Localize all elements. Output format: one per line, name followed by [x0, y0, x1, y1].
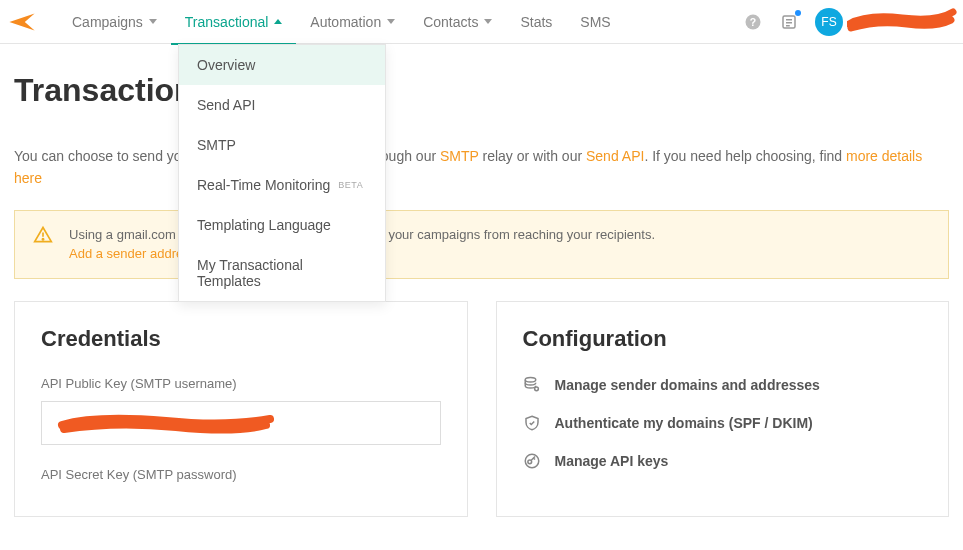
beta-badge: BETA	[338, 180, 363, 190]
config-authenticate-domains[interactable]: Authenticate my domains (SPF / DKIM)	[523, 414, 923, 432]
help-icon[interactable]: ?	[741, 10, 765, 34]
chevron-down-icon	[484, 19, 492, 24]
config-api-keys[interactable]: Manage API keys	[523, 452, 923, 470]
chevron-down-icon	[149, 19, 157, 24]
svg-point-8	[525, 377, 536, 382]
chevron-up-icon	[274, 19, 282, 24]
notification-dot	[795, 10, 801, 16]
public-key-field[interactable]	[41, 401, 441, 445]
secret-key-label: API Secret Key (SMTP password)	[41, 467, 441, 482]
dropdown-item-templating[interactable]: Templating Language	[179, 205, 385, 245]
nav-transactional[interactable]: Transactional	[171, 0, 297, 44]
credentials-title: Credentials	[41, 326, 441, 352]
transactional-dropdown: Overview Send API SMTP Real-Time Monitor…	[178, 44, 386, 302]
nav-automation[interactable]: Automation	[296, 0, 409, 44]
redacted-public-key	[56, 409, 276, 437]
page-title: Transactional	[14, 72, 949, 109]
dropdown-item-overview[interactable]: Overview	[179, 45, 385, 85]
svg-point-9	[534, 387, 538, 391]
configuration-title: Configuration	[523, 326, 923, 352]
topbar: Campaigns Transactional Automation Conta…	[0, 0, 963, 44]
avatar[interactable]: FS	[815, 8, 843, 36]
key-icon	[523, 452, 541, 470]
warning-icon	[33, 225, 53, 249]
chevron-down-icon	[387, 19, 395, 24]
warning-alert: Using a gmail.com address to send emails…	[14, 210, 949, 279]
nav-sms[interactable]: SMS	[566, 0, 624, 44]
main-nav: Campaigns Transactional Automation Conta…	[58, 0, 625, 44]
svg-point-7	[42, 238, 43, 239]
nav-campaigns[interactable]: Campaigns	[58, 0, 171, 44]
dropdown-item-smtp[interactable]: SMTP	[179, 125, 385, 165]
redacted-username	[851, 12, 951, 32]
brand-logo	[8, 11, 36, 33]
credentials-card: Credentials API Public Key (SMTP usernam…	[14, 301, 468, 517]
link-smtp[interactable]: SMTP	[440, 148, 479, 164]
configuration-card: Configuration Manage sender domains and …	[496, 301, 950, 517]
public-key-label: API Public Key (SMTP username)	[41, 376, 441, 391]
shield-icon	[523, 414, 541, 432]
dropdown-item-realtime[interactable]: Real-Time MonitoringBETA	[179, 165, 385, 205]
nav-stats[interactable]: Stats	[506, 0, 566, 44]
nav-contacts[interactable]: Contacts	[409, 0, 506, 44]
config-sender-domains[interactable]: Manage sender domains and addresses	[523, 376, 923, 394]
svg-point-11	[527, 460, 531, 464]
intro-text: You can choose to send your transactiona…	[14, 145, 949, 190]
dropdown-item-templates[interactable]: My Transactional Templates	[179, 245, 385, 301]
page-body: Transactional You can choose to send you…	[0, 44, 963, 517]
notifications-icon[interactable]	[777, 10, 801, 34]
svg-text:?: ?	[750, 15, 756, 27]
database-icon	[523, 376, 541, 394]
dropdown-item-send-api[interactable]: Send API	[179, 85, 385, 125]
link-send-api[interactable]: Send API	[586, 148, 644, 164]
